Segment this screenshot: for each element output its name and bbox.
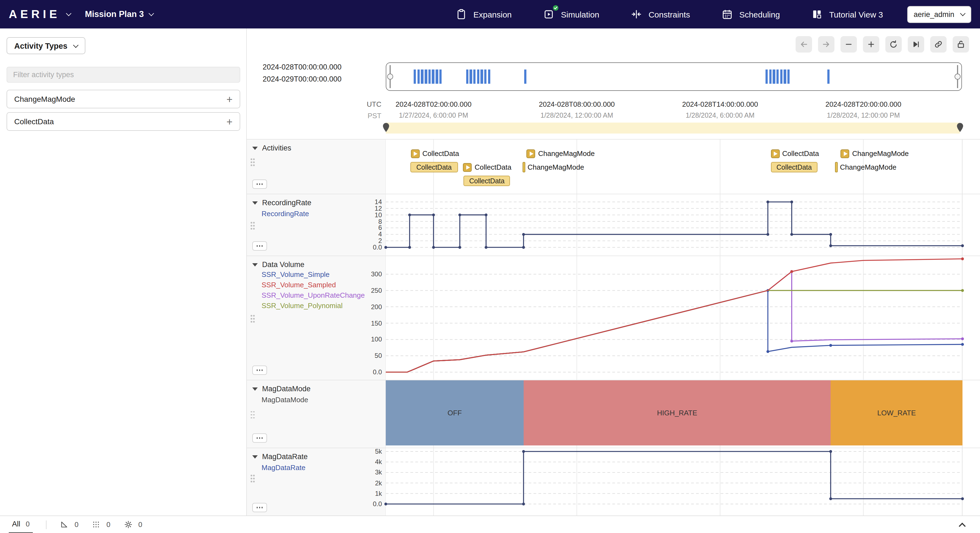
drag-handle-icon[interactable] [251,225,252,226]
state-label: LOW_RATE [877,409,916,417]
activity-type-changemagmode[interactable]: ChangeMagMode + [6,90,240,108]
selection-band[interactable] [386,123,960,134]
activity-directive-collectdata[interactable]: CollectData [463,162,511,172]
nav-label: Expansion [473,10,512,19]
minimap-activity-tick [780,70,783,84]
activity-span-collectdata[interactable]: CollectData [771,162,818,172]
plan-selector[interactable]: Mission Plan 3 [85,9,153,19]
activity-event-changemagmode[interactable] [523,162,525,172]
add-activity-button[interactable]: + [226,94,232,104]
drag-handle-icon[interactable] [251,478,252,479]
drag-handle-icon[interactable] [251,318,252,319]
row-menu-button[interactable] [252,503,267,512]
row-header-recordingrate: RecordingRate RecordingRate 14121086420.… [247,194,386,256]
magdatarate-chart[interactable] [386,448,963,515]
minimap-handle-right[interactable] [957,65,958,88]
recordingrate-chart[interactable] [386,194,963,256]
activity-span-collectdata[interactable]: CollectData [464,176,510,186]
console-tab-all[interactable]: All 0 [9,516,33,533]
layer-label-ssr-volume-polynomial[interactable]: SSR_Volume_Polynomial [262,302,342,310]
follow-playhead-button[interactable] [908,36,924,53]
minimap-handle-left[interactable] [390,65,391,88]
activity-directive-icon [463,163,472,172]
nav-label: Tutorial View 3 [829,10,883,19]
drag-handle-icon[interactable] [251,161,252,163]
console-count: 0 [26,520,30,528]
drag-handle-icon[interactable] [251,414,252,415]
collapse-triangle-icon[interactable] [252,146,258,150]
app-logo: AERIE [9,8,60,21]
activity-directive-changemagmode[interactable]: ChangeMagMode [841,148,909,159]
row-menu-button[interactable] [252,241,267,251]
console-tab-violations[interactable]: 0 [60,520,78,529]
user-menu[interactable]: aerie_admin [907,6,971,23]
app-logo-menu[interactable]: AERIE [9,8,71,21]
zoom-in-button[interactable] [863,36,879,53]
time-axis-tick: 2024-028T14:00:00.0001/28/2024, 6:00:00 … [682,99,758,121]
row-title-label: Data Volume [262,261,304,269]
activity-directive-changemagmode[interactable]: ChangeMagMode [527,148,595,159]
layer-label-ssr-volume-simple[interactable]: SSR_Volume_Simple [262,270,330,278]
console-count: 0 [75,520,78,528]
console-tab-settings[interactable]: 0 [123,520,142,529]
datavolume-chart[interactable] [386,256,963,380]
layer-label-ssr-volume-sampled[interactable]: SSR_Volume_Sampled [262,281,336,289]
y-axis-label: 50 [344,352,382,360]
y-axis-label: 0.0 [344,500,382,508]
activity-label: CollectData [782,150,819,158]
y-axis-label: 250 [344,287,382,294]
simulation-icon [542,8,555,21]
unlock-button[interactable] [953,36,969,53]
nav-scheduling[interactable]: Scheduling [721,8,780,21]
activity-directive-collectdata[interactable]: CollectData [411,148,459,159]
activity-directive-collectdata[interactable]: CollectData [771,148,819,159]
timeline-row-activities: Activities CollectDataChangeMagModeColle… [247,139,980,194]
collapse-triangle-icon[interactable] [252,263,258,266]
timeline-minimap[interactable] [386,62,962,91]
layer-label-magdatarate[interactable]: MagDataRate [262,463,305,472]
minimap-activity-tick [776,70,779,84]
link-icon-button[interactable] [930,36,947,53]
nav-constraints[interactable]: Constraints [630,8,690,21]
constraints-icon [630,8,643,21]
zoom-out-button[interactable] [840,36,857,53]
y-axis-datavolume: 300250200150100500.0 [344,256,382,380]
nudge-left-button[interactable] [795,36,812,53]
activity-event-changemagmode[interactable] [835,162,838,172]
collapse-triangle-icon[interactable] [252,387,258,390]
panel-type-selector[interactable]: Activity Types [6,37,86,54]
divider [46,520,47,529]
reset-zoom-button[interactable] [885,36,902,53]
filter-activity-types-input[interactable] [6,67,240,83]
activities-chart[interactable]: CollectDataChangeMagModeCollectDataChang… [386,140,963,194]
activity-type-collectdata[interactable]: CollectData + [6,112,240,131]
console-tab-scheduling[interactable]: 0 [92,520,110,529]
collapse-triangle-icon[interactable] [252,201,258,204]
nudge-right-button[interactable] [818,36,834,53]
layer-label-recordingrate[interactable]: RecordingRate [262,210,309,218]
nav-expansion[interactable]: Expansion [455,8,512,21]
magdatamode-chart[interactable]: OFFHIGH_RATELOW_RATE [386,380,963,448]
minimap-activity-tick [788,70,790,84]
collapse-triangle-icon[interactable] [252,455,258,458]
nav-tutorial-view[interactable]: Tutorial View 3 [811,8,883,21]
timeline-toolbar [795,36,969,53]
activity-span-collectdata[interactable]: CollectData [410,162,458,172]
row-menu-button[interactable] [252,366,267,375]
expand-console-button[interactable] [957,520,967,530]
add-activity-button[interactable]: + [226,116,232,127]
layer-label-magdatamode[interactable]: MagDataMode [262,396,308,404]
nav-simulation[interactable]: Simulation [542,8,599,21]
utc-label: UTC [348,99,381,110]
row-menu-button[interactable] [252,180,267,189]
selection-pin-right[interactable] [956,122,964,133]
y-axis-label: 200 [344,303,382,310]
activity-directive-icon [771,149,780,158]
y-axis-label: 5k [344,448,382,455]
selection-pin-left[interactable] [382,122,390,133]
row-menu-button[interactable] [252,433,267,443]
minimap-activity-tick [769,70,772,84]
timeline-row-recordingrate: RecordingRate RecordingRate 14121086420.… [247,194,980,256]
chevron-down-icon [148,11,154,16]
activity-label: ChangeMagMode [528,162,584,172]
